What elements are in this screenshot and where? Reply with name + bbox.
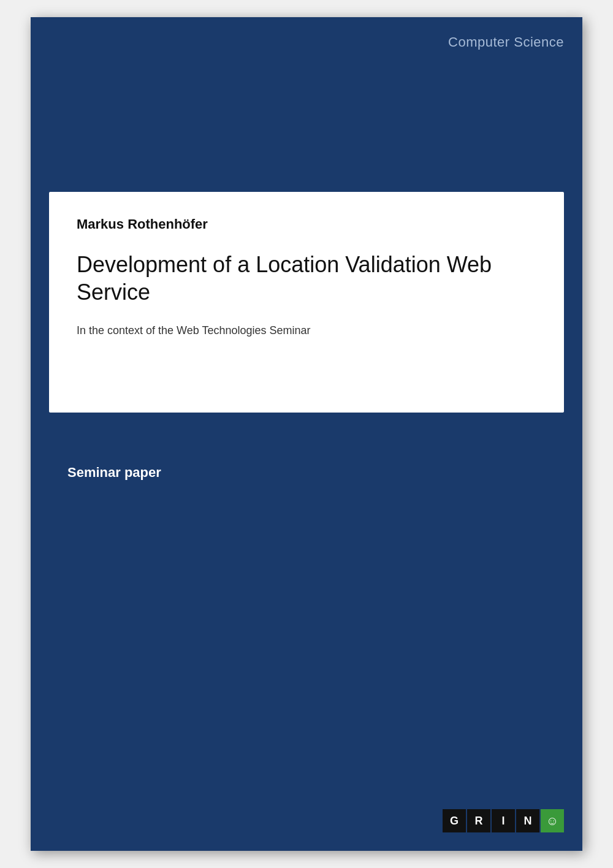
book-title: Development of a Location Validation Web… bbox=[77, 251, 536, 306]
book-cover: Computer Science Markus Rothenhöfer Deve… bbox=[31, 17, 582, 851]
author-name: Markus Rothenhöfer bbox=[77, 216, 536, 232]
subtitle: In the context of the Web Technologies S… bbox=[77, 323, 536, 338]
category-label: Computer Science bbox=[448, 34, 564, 50]
grin-letter-g: G bbox=[443, 809, 466, 832]
grin-letter-n: N bbox=[516, 809, 539, 832]
grin-letter-r: R bbox=[467, 809, 490, 832]
grin-logo: G R I N ☺ bbox=[443, 809, 564, 832]
bottom-blue-section bbox=[31, 452, 582, 851]
grin-smiley-icon: ☺ bbox=[541, 809, 564, 832]
grin-letter-i: I bbox=[492, 809, 515, 832]
content-card: Markus Rothenhöfer Development of a Loca… bbox=[49, 192, 564, 413]
paper-type-label: Seminar paper bbox=[67, 465, 161, 481]
